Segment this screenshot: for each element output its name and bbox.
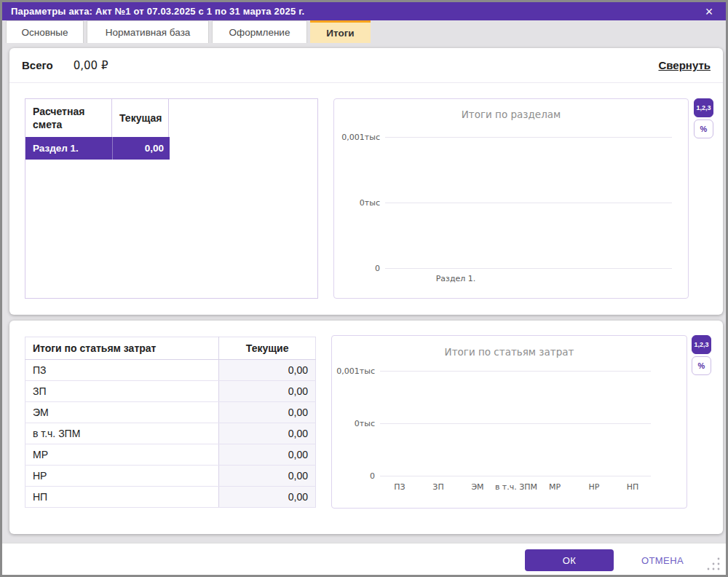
y-tick-label: 0 [340, 264, 380, 273]
column-header-raschetnaya-smeta: Расчетная смета [25, 99, 112, 137]
sections-chart: Итоги по разделам 0,001тыс 0тыс 0 Раздел… [333, 98, 689, 299]
y-tick-label: 0тыс [335, 419, 375, 428]
x-category-label: НП [604, 482, 662, 492]
dialog-title: Параметры акта: Акт №1 от 07.03.2025 с 1… [11, 6, 701, 17]
chart-title: Итоги по статьям затрат [332, 346, 687, 358]
collapse-link[interactable]: Свернуть [658, 59, 711, 71]
tab-normativnaya-baza[interactable]: Нормативная база [87, 20, 209, 43]
values-mode-button[interactable]: 1,2,3 [692, 335, 711, 354]
dialog-titlebar: Параметры акта: Акт №1 от 07.03.2025 с 1… [2, 2, 726, 20]
total-value: 0,00 ₽ [74, 59, 108, 72]
x-category-label: Раздел 1. [430, 274, 481, 283]
section-name-cell: Раздел 1. [25, 137, 112, 160]
cost-item-name: ЗП [25, 381, 219, 402]
cost-items-chart: Итоги по статьям затрат 0,001тыс 0тыс 0 … [331, 335, 687, 509]
cost-item-name: ЭМ [25, 402, 219, 423]
tab-label: Итоги [326, 28, 354, 39]
sections-card: Всего 0,00 ₽ Свернуть Расчетная смета Те… [9, 48, 723, 315]
resize-grip-icon[interactable] [705, 555, 721, 571]
tab-bar: Основные Нормативная база Оформление Ито… [2, 20, 726, 43]
column-header-tekushchaya: Текущая [112, 99, 169, 137]
tab-label: Основные [21, 27, 68, 38]
cost-item-value: 0,00 [219, 402, 316, 423]
sections-table: Расчетная смета Текущая Раздел 1. 0,00 [25, 98, 318, 299]
column-header-tekushchie: Текущие [219, 337, 316, 360]
percent-mode-button[interactable]: % [694, 119, 713, 138]
table-row-selected[interactable]: Раздел 1. 0,00 [25, 137, 170, 160]
tab-label: Оформление [229, 27, 290, 38]
gridline [385, 137, 672, 138]
cancel-button[interactable]: ОТМЕНА [637, 549, 688, 571]
table-row: ЗП 0,00 [25, 381, 316, 402]
act-parameters-dialog: { "window": { "title": "Параметры акта: … [0, 0, 728, 577]
cost-items-header-row: Итоги по статьям затрат Текущие [25, 337, 316, 360]
close-icon[interactable]: × [701, 4, 717, 20]
values-mode-button[interactable]: 1,2,3 [694, 98, 713, 117]
cost-item-name: ПЗ [25, 360, 219, 381]
cost-items-table: Итоги по статьям затрат Текущие ПЗ 0,00 … [25, 337, 316, 508]
total-summary-row: Всего 0,00 ₽ Свернуть [9, 48, 723, 83]
tab-label: Нормативная база [106, 27, 191, 38]
dialog-footer: ОК ОТМЕНА [2, 543, 726, 575]
tab-osnovnye[interactable]: Основные [6, 20, 84, 43]
y-tick-label: 0 [335, 471, 375, 481]
table-row: НП 0,00 [25, 487, 316, 508]
y-tick-label: 0,001тыс [340, 133, 380, 142]
y-tick-label: 0тыс [340, 198, 380, 208]
gridline [380, 423, 651, 424]
table-row: ПЗ 0,00 [25, 360, 316, 381]
cost-item-name: НП [25, 487, 219, 508]
column-header-cost-items: Итоги по статьям затрат [25, 337, 219, 360]
cost-item-value: 0,00 [219, 381, 316, 402]
cost-item-value: 0,00 [219, 360, 316, 381]
gridline [380, 371, 651, 372]
sections-table-header: Расчетная смета Текущая [25, 99, 317, 137]
ok-button[interactable]: ОК [525, 549, 614, 571]
cost-item-value: 0,00 [219, 466, 316, 487]
tab-oformlenie[interactable]: Оформление [212, 20, 307, 43]
section-value-cell: 0,00 [112, 137, 170, 160]
gridline [385, 268, 672, 269]
chart-mode-toolbar: 1,2,3 % [694, 98, 713, 138]
total-label: Всего [22, 59, 53, 71]
cost-item-value: 0,00 [219, 423, 316, 444]
cost-item-value: 0,00 [219, 487, 316, 508]
cost-items-card: Итоги по статьям затрат Текущие ПЗ 0,00 … [9, 321, 723, 534]
cost-item-name: НР [25, 466, 219, 487]
gridline [385, 203, 672, 203]
cost-item-name: МР [25, 444, 219, 466]
table-row: в т.ч. ЗПМ 0,00 [25, 423, 316, 444]
y-tick-label: 0,001тыс [335, 366, 375, 376]
cost-item-name: в т.ч. ЗПМ [25, 423, 219, 444]
cost-item-value: 0,00 [219, 444, 316, 466]
tab-itogi-active[interactable]: Итоги [310, 20, 371, 43]
chart-mode-toolbar: 1,2,3 % [692, 335, 711, 375]
percent-mode-button[interactable]: % [692, 356, 711, 375]
table-row: МР 0,00 [25, 444, 316, 466]
chart-title: Итоги по разделам [334, 109, 688, 120]
table-row: НР 0,00 [25, 466, 316, 487]
table-row: ЭМ 0,00 [25, 402, 316, 423]
gridline [380, 476, 651, 476]
